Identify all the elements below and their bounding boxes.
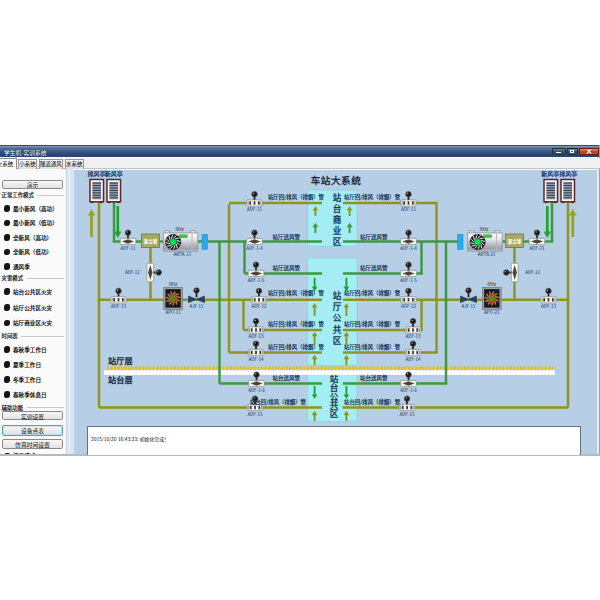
svg-text:ADF-11: ADF-11 — [247, 206, 262, 212]
svg-text:ADF-1-4: ADF-1-4 — [400, 245, 417, 251]
svg-text:站厅回/排风（排烟）管: 站厅回/排风（排烟）管 — [268, 193, 325, 201]
svg-text:ADF-12: ADF-12 — [252, 303, 267, 309]
svg-text:ADF-14: ADF-14 — [406, 356, 421, 362]
svg-text:站厅回/排风（排烟）管: 站厅回/排风（排烟）管 — [344, 193, 401, 201]
svg-text:0Hz: 0Hz — [175, 225, 184, 232]
svg-text:共: 共 — [333, 323, 342, 335]
svg-text:站厅层: 站厅层 — [108, 354, 133, 366]
svg-text:ADF-12: ADF-12 — [125, 269, 140, 275]
svg-text:APU-21: APU-21 — [484, 309, 500, 315]
svg-text:混合室: 混合室 — [508, 238, 522, 245]
svg-text:区: 区 — [333, 235, 342, 247]
svg-text:站厅回/排风（排烟）管: 站厅回/排风（排烟）管 — [344, 289, 401, 297]
svg-text:ADF-1-6: ADF-1-6 — [248, 387, 265, 393]
svg-text:AKTA-21: AKTA-21 — [478, 251, 496, 257]
svg-text:站厅回/排风（排烟）管: 站厅回/排风（排烟）管 — [268, 289, 325, 297]
svg-text:站厅送风管: 站厅送风管 — [360, 264, 388, 272]
svg-text:ADF-1-5: ADF-1-5 — [248, 277, 265, 283]
svg-text:站厅回/排风（排烟）管: 站厅回/排风（排烟）管 — [268, 343, 325, 351]
svg-text:新风亭: 新风亭 — [541, 169, 559, 178]
svg-text:公: 公 — [333, 311, 342, 323]
svg-text:站台送风管: 站台送风管 — [360, 374, 388, 382]
svg-text:ADF-11: ADF-11 — [401, 206, 416, 212]
svg-text:ADF-1-4: ADF-1-4 — [246, 245, 263, 251]
svg-text:站厅送风管: 站厅送风管 — [360, 233, 388, 241]
svg-text:混合室: 混合室 — [144, 238, 158, 245]
svg-text:0Hz: 0Hz — [169, 280, 178, 287]
svg-text:ADF-12: ADF-12 — [401, 303, 416, 309]
svg-text:站: 站 — [333, 289, 342, 301]
svg-text:排风亭: 排风亭 — [87, 169, 105, 178]
svg-text:厅: 厅 — [333, 300, 342, 312]
svg-text:站厅送风管: 站厅送风管 — [272, 233, 300, 241]
svg-text:ADF-13: ADF-13 — [541, 303, 556, 309]
svg-text:排风亭: 排风亭 — [559, 169, 577, 178]
svg-text:站厅送风管: 站厅送风管 — [272, 264, 300, 272]
svg-text:区: 区 — [330, 407, 339, 419]
svg-text:APU-11: APU-11 — [165, 309, 181, 315]
svg-text:ADF-12: ADF-12 — [525, 269, 540, 275]
svg-text:站厅回/排风（排烟）管: 站厅回/排风（排烟）管 — [344, 343, 401, 351]
svg-text:AJF-11: AJF-11 — [189, 303, 204, 309]
svg-text:ADF-11: ADF-11 — [121, 245, 136, 251]
svg-text:ADF-1-6: ADF-1-6 — [400, 387, 417, 393]
svg-text:车站大系统: 车站大系统 — [311, 173, 361, 187]
svg-text:ADF-15: ADF-15 — [248, 411, 263, 417]
svg-text:AKTA-11: AKTA-11 — [173, 251, 191, 257]
svg-text:0Hz: 0Hz — [488, 280, 497, 287]
svg-text:站台送风管: 站台送风管 — [272, 374, 300, 382]
svg-text:ADF-13: ADF-13 — [111, 303, 126, 309]
svg-text:ADF-13: ADF-13 — [406, 333, 421, 339]
svg-text:站厅回/排风（排烟）管: 站厅回/排风（排烟）管 — [344, 320, 401, 328]
svg-text:站台层: 站台层 — [108, 373, 133, 385]
svg-text:站台回/排风（排烟）管: 站台回/排风（排烟）管 — [344, 398, 401, 406]
svg-text:ADF-14: ADF-14 — [249, 356, 264, 362]
svg-text:ADF-13: ADF-13 — [249, 333, 264, 339]
svg-text:ADF-21: ADF-21 — [530, 245, 545, 251]
svg-text:AJF-11: AJF-11 — [461, 303, 476, 309]
svg-text:0Hz: 0Hz — [480, 225, 489, 232]
svg-text:区: 区 — [333, 334, 342, 346]
svg-text:站台回/排风（排烟）管: 站台回/排风（排烟）管 — [250, 398, 307, 406]
svg-text:ADF-15: ADF-15 — [400, 411, 415, 417]
svg-text:站厅回/排风（排烟）管: 站厅回/排风（排烟）管 — [268, 320, 325, 328]
svg-text:ADF-1-5: ADF-1-5 — [400, 277, 417, 283]
svg-text:新风亭: 新风亭 — [105, 169, 123, 178]
